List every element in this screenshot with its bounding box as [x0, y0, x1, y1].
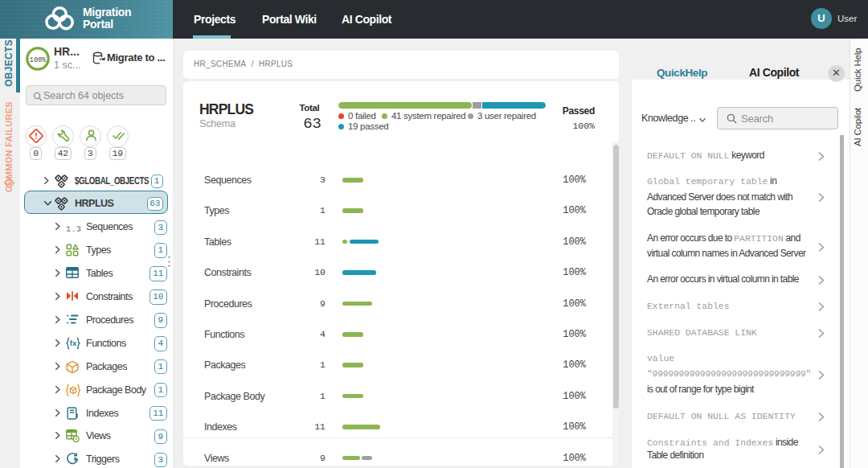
svg-text:fx: fx — [70, 339, 77, 347]
svg-text:!: ! — [35, 131, 38, 141]
svg-text:100%: 100% — [30, 56, 47, 64]
